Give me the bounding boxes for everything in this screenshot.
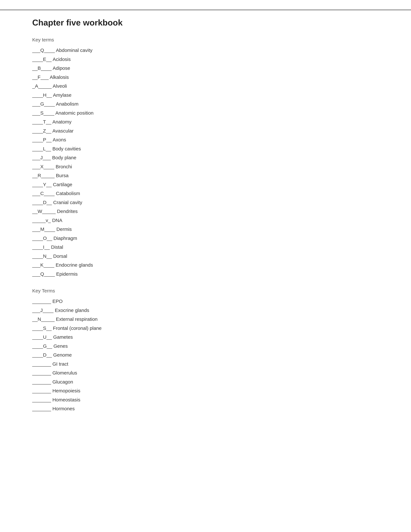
page-title: Chapter five workbook bbox=[32, 18, 379, 28]
list-item: _______ Hormones bbox=[32, 404, 379, 413]
list-item: _______ Glucagon bbox=[32, 377, 379, 386]
top-border bbox=[0, 10, 411, 10]
list-item: ____G__ Genes bbox=[32, 342, 379, 351]
list-item: _______ Glomerulus bbox=[32, 368, 379, 377]
list-item: _A_____ Alveoli bbox=[32, 82, 379, 91]
list-item: __W_____ Dendrites bbox=[32, 207, 379, 216]
list-item: ___C____ Catabolism bbox=[32, 189, 379, 198]
list-item: _______ EPO bbox=[32, 297, 379, 306]
list-item: _______ Hemopoiesis bbox=[32, 386, 379, 395]
list-item: ____Z__ Avascular bbox=[32, 126, 379, 135]
list-item: _______ GI tract bbox=[32, 360, 379, 369]
list-item: ____N__ Dorsal bbox=[32, 252, 379, 261]
list-item: ___Q____ Abdominal cavity bbox=[32, 46, 379, 55]
list-item: ____P__ Axons bbox=[32, 135, 379, 144]
list-item: ____S__ Frontal (coronal) plane bbox=[32, 324, 379, 333]
list-item: _______ Homeostasis bbox=[32, 395, 379, 404]
section2-label: Key Terms bbox=[32, 288, 379, 294]
list-item: ____O__ Diaphragm bbox=[32, 234, 379, 243]
list-item: ___G____ Anabolism bbox=[32, 99, 379, 108]
list-item: __R_____ Bursa bbox=[32, 171, 379, 180]
list-item: ___K____ Endocrine glands bbox=[32, 260, 379, 270]
list-item: ____T__ Anatomy bbox=[32, 117, 379, 126]
section1-list: ___Q____ Abdominal cavity____E__ Acidosi… bbox=[32, 46, 379, 278]
list-item: ____H__ Amylase bbox=[32, 91, 379, 100]
list-item: ____I__ Distal bbox=[32, 243, 379, 252]
list-item: __N_____ External respiration bbox=[32, 315, 379, 324]
list-item: ___Q____ Epidermis bbox=[32, 270, 379, 279]
list-item: ____Y__ Cartilage bbox=[32, 180, 379, 189]
section2-list: _______ EPO___J____ Exocrine glands__N__… bbox=[32, 297, 379, 413]
list-item: _____v_ DNA bbox=[32, 216, 379, 225]
list-item: ____U__ Gametes bbox=[32, 332, 379, 342]
page: Chapter five workbook Key terms ___Q____… bbox=[0, 0, 411, 532]
list-item: ___J___ Body plane bbox=[32, 153, 379, 162]
list-item: ____D__ Cranial cavity bbox=[32, 198, 379, 207]
list-item: ___X____ Bronchi bbox=[32, 162, 379, 171]
list-item: __F___ Alkalosis bbox=[32, 73, 379, 82]
list-item: ___M____ Dermis bbox=[32, 225, 379, 234]
list-item: __B____ Adipose bbox=[32, 64, 379, 73]
list-item: ____L__ Body cavities bbox=[32, 144, 379, 153]
list-item: ___J____ Exocrine glands bbox=[32, 306, 379, 315]
list-item: ____D__ Genome bbox=[32, 351, 379, 360]
section1-label: Key terms bbox=[32, 37, 379, 43]
list-item: ____E__ Acidosis bbox=[32, 55, 379, 64]
list-item: ___S____ Anatomic position bbox=[32, 108, 379, 117]
